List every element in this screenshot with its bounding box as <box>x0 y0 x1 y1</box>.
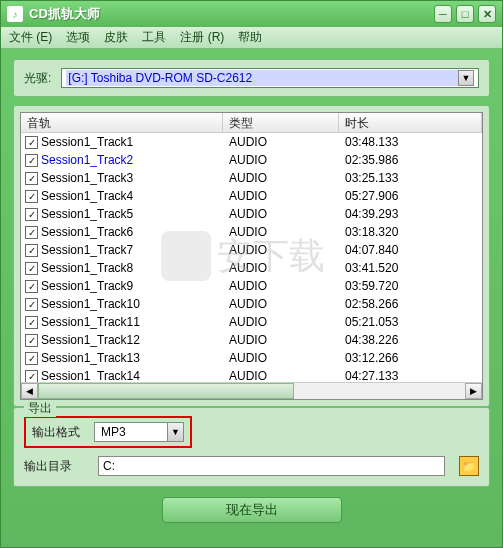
table-row[interactable]: ✓Session1_Track7AUDIO04:07.840 <box>21 241 482 259</box>
column-type[interactable]: 类型 <box>223 113 339 132</box>
track-checkbox[interactable]: ✓ <box>25 154 38 167</box>
browse-folder-icon[interactable]: 📁 <box>459 456 479 476</box>
table-row[interactable]: ✓Session1_Track4AUDIO05:27.906 <box>21 187 482 205</box>
track-checkbox[interactable]: ✓ <box>25 352 38 365</box>
table-body: ✓Session1_Track1AUDIO03:48.133✓Session1_… <box>21 133 482 382</box>
window-controls: ─ □ ✕ <box>434 5 496 23</box>
track-name: Session1_Track13 <box>41 351 140 365</box>
track-duration: 04:27.133 <box>339 369 482 382</box>
track-checkbox[interactable]: ✓ <box>25 226 38 239</box>
window-title: CD抓轨大师 <box>29 5 434 23</box>
dir-label: 输出目录 <box>24 458 84 475</box>
track-type: AUDIO <box>223 153 339 167</box>
track-type: AUDIO <box>223 261 339 275</box>
track-checkbox[interactable]: ✓ <box>25 298 38 311</box>
menubar: 文件 (E) 选项 皮肤 工具 注册 (R) 帮助 <box>1 27 502 49</box>
track-type: AUDIO <box>223 369 339 382</box>
track-checkbox[interactable]: ✓ <box>25 208 38 221</box>
track-duration: 03:41.520 <box>339 261 482 275</box>
track-checkbox[interactable]: ✓ <box>25 370 38 383</box>
menu-file[interactable]: 文件 (E) <box>9 29 52 46</box>
track-duration: 04:39.293 <box>339 207 482 221</box>
track-checkbox[interactable]: ✓ <box>25 190 38 203</box>
close-button[interactable]: ✕ <box>478 5 496 23</box>
track-duration: 03:59.720 <box>339 279 482 293</box>
drive-label: 光驱: <box>24 70 51 87</box>
scroll-thumb[interactable] <box>38 383 294 399</box>
menu-tools[interactable]: 工具 <box>142 29 166 46</box>
track-type: AUDIO <box>223 351 339 365</box>
scroll-track[interactable] <box>38 383 465 399</box>
scroll-left-button[interactable]: ◀ <box>21 383 38 399</box>
menu-register[interactable]: 注册 (R) <box>180 29 224 46</box>
horizontal-scrollbar[interactable]: ◀ ▶ <box>21 382 482 399</box>
track-checkbox[interactable]: ✓ <box>25 244 38 257</box>
track-name: Session1_Track3 <box>41 171 133 185</box>
menu-skin[interactable]: 皮肤 <box>104 29 128 46</box>
track-type: AUDIO <box>223 315 339 329</box>
track-name: Session1_Track11 <box>41 315 140 329</box>
column-duration[interactable]: 时长 <box>339 113 482 132</box>
track-duration: 03:48.133 <box>339 135 482 149</box>
chevron-down-icon[interactable]: ▼ <box>458 70 474 86</box>
format-highlight: 输出格式 MP3 ▼ <box>24 416 192 448</box>
track-name: Session1_Track5 <box>41 207 133 221</box>
track-name: Session1_Track2 <box>41 153 133 167</box>
table-row[interactable]: ✓Session1_Track13AUDIO03:12.266 <box>21 349 482 367</box>
export-button[interactable]: 现在导出 <box>162 497 342 523</box>
column-track[interactable]: 音轨 <box>21 113 223 132</box>
format-select[interactable]: MP3 ▼ <box>94 422 184 442</box>
table-row[interactable]: ✓Session1_Track11AUDIO05:21.053 <box>21 313 482 331</box>
tracks-table: 音轨 类型 时长 ✓Session1_Track1AUDIO03:48.133✓… <box>20 112 483 400</box>
table-row[interactable]: ✓Session1_Track9AUDIO03:59.720 <box>21 277 482 295</box>
scroll-right-button[interactable]: ▶ <box>465 383 482 399</box>
maximize-button[interactable]: □ <box>456 5 474 23</box>
track-name: Session1_Track7 <box>41 243 133 257</box>
track-checkbox[interactable]: ✓ <box>25 262 38 275</box>
track-type: AUDIO <box>223 297 339 311</box>
track-duration: 02:35.986 <box>339 153 482 167</box>
table-row[interactable]: ✓Session1_Track5AUDIO04:39.293 <box>21 205 482 223</box>
drive-select-value: [G:] Toshiba DVD-ROM SD-C2612 <box>66 70 458 86</box>
table-row[interactable]: ✓Session1_Track6AUDIO03:18.320 <box>21 223 482 241</box>
track-duration: 05:21.053 <box>339 315 482 329</box>
table-row[interactable]: ✓Session1_Track12AUDIO04:38.226 <box>21 331 482 349</box>
app-window: ♪ CD抓轨大师 ─ □ ✕ 文件 (E) 选项 皮肤 工具 注册 (R) 帮助… <box>0 0 503 548</box>
track-checkbox[interactable]: ✓ <box>25 280 38 293</box>
titlebar: ♪ CD抓轨大师 ─ □ ✕ <box>1 1 502 27</box>
track-checkbox[interactable]: ✓ <box>25 334 38 347</box>
track-duration: 03:18.320 <box>339 225 482 239</box>
table-row[interactable]: ✓Session1_Track2AUDIO02:35.986 <box>21 151 482 169</box>
minimize-button[interactable]: ─ <box>434 5 452 23</box>
chevron-down-icon[interactable]: ▼ <box>167 423 183 441</box>
tracks-panel: 音轨 类型 时长 ✓Session1_Track1AUDIO03:48.133✓… <box>13 105 490 407</box>
track-name: Session1_Track10 <box>41 297 140 311</box>
track-duration: 03:12.266 <box>339 351 482 365</box>
track-type: AUDIO <box>223 189 339 203</box>
output-panel: 导出 输出格式 MP3 ▼ 输出目录 📁 <box>13 407 490 487</box>
table-row[interactable]: ✓Session1_Track8AUDIO03:41.520 <box>21 259 482 277</box>
track-name: Session1_Track6 <box>41 225 133 239</box>
track-type: AUDIO <box>223 135 339 149</box>
track-checkbox[interactable]: ✓ <box>25 136 38 149</box>
track-name: Session1_Track14 <box>41 369 140 382</box>
track-checkbox[interactable]: ✓ <box>25 172 38 185</box>
track-name: Session1_Track4 <box>41 189 133 203</box>
track-duration: 04:38.226 <box>339 333 482 347</box>
drive-select[interactable]: [G:] Toshiba DVD-ROM SD-C2612 ▼ <box>61 68 479 88</box>
format-label: 输出格式 <box>32 424 80 441</box>
table-row[interactable]: ✓Session1_Track1AUDIO03:48.133 <box>21 133 482 151</box>
track-type: AUDIO <box>223 207 339 221</box>
track-name: Session1_Track9 <box>41 279 133 293</box>
track-checkbox[interactable]: ✓ <box>25 316 38 329</box>
menu-options[interactable]: 选项 <box>66 29 90 46</box>
table-row[interactable]: ✓Session1_Track10AUDIO02:58.266 <box>21 295 482 313</box>
track-name: Session1_Track12 <box>41 333 140 347</box>
dir-input[interactable] <box>98 456 445 476</box>
table-row[interactable]: ✓Session1_Track14AUDIO04:27.133 <box>21 367 482 382</box>
table-header: 音轨 类型 时长 <box>21 113 482 133</box>
table-row[interactable]: ✓Session1_Track3AUDIO03:25.133 <box>21 169 482 187</box>
output-legend: 导出 <box>24 400 56 417</box>
format-value: MP3 <box>95 425 167 439</box>
menu-help[interactable]: 帮助 <box>238 29 262 46</box>
